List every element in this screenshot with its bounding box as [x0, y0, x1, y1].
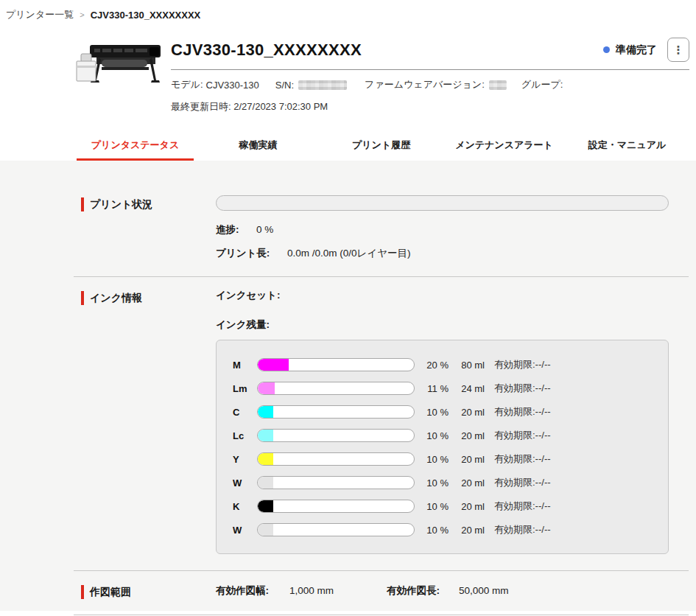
tab-print-history[interactable]: プリント履歴	[320, 133, 443, 161]
ink-percent: 11 %	[415, 383, 449, 394]
section-accent-bar	[81, 585, 84, 599]
ink-expiry: 有効期限:--/--	[494, 500, 551, 513]
ink-percent: 10 %	[415, 407, 449, 418]
page-title: CJV330-130_XXXXXXXX	[171, 41, 362, 60]
ink-percent: 10 %	[415, 501, 449, 512]
ink-amount: 20 ml	[449, 407, 485, 418]
print-length-value: 0.0m /0.0m (0/0レイヤー目)	[287, 247, 410, 260]
plot-length-value: 50,000 mm	[459, 585, 509, 596]
ink-amount: 24 ml	[449, 383, 485, 394]
firmware-label: ファームウェアバージョン:	[365, 78, 485, 91]
printer-photo	[72, 38, 164, 86]
group-field: グループ:	[521, 78, 566, 91]
model-field: モデル: CJV330-130	[171, 78, 259, 91]
ink-name: C	[233, 407, 257, 418]
group-label: グループ:	[521, 78, 563, 91]
plot-width-label: 有効作図幅:	[216, 584, 289, 598]
ink-name: Lm	[233, 383, 257, 394]
ink-amount: 20 ml	[449, 430, 485, 441]
ink-row: Lc 10 % 20 ml 有効期限:--/--	[233, 424, 668, 447]
ink-name: W	[233, 525, 257, 536]
ink-level-label: インク残量:	[216, 318, 669, 332]
ink-set-label: インクセット:	[216, 290, 280, 301]
ink-info-section: インク情報 インクセット: インク残量: M 20 % 80 ml 有効期限:-…	[74, 289, 696, 554]
ink-level-fill	[258, 524, 273, 536]
ink-level-fill	[258, 406, 273, 418]
bottom-divider	[74, 615, 689, 615]
last-updated-label: 最終更新日時:	[171, 101, 231, 112]
kebab-icon: ⋮	[673, 43, 684, 57]
status-label: 準備完了	[616, 43, 657, 57]
plot-length-label: 有効作図長:	[387, 584, 459, 598]
ink-level-bar	[257, 429, 415, 442]
ink-level-bar	[257, 476, 415, 489]
ink-row: Y 10 % 20 ml 有効期限:--/--	[233, 447, 668, 471]
print-length-label: プリント長:	[216, 247, 287, 260]
ink-level-fill	[258, 500, 273, 512]
ink-row: M 20 % 80 ml 有効期限:--/--	[233, 353, 668, 377]
ink-level-table: M 20 % 80 ml 有効期限:--/-- Lm 11 % 24 ml 有効…	[216, 340, 669, 554]
ink-level-bar	[257, 382, 415, 395]
ink-level-fill	[258, 359, 289, 371]
tab-operation-results[interactable]: 稼働実績	[197, 133, 320, 161]
tab-bar: プリンタステータス 稼働実績 プリント履歴 メンテナンスアラート 設定・マニュア…	[74, 133, 689, 161]
ink-amount: 20 ml	[449, 525, 485, 536]
ink-level-bar	[257, 452, 415, 466]
breadcrumb-printer-list-link[interactable]: プリンター一覧	[6, 8, 74, 21]
ink-expiry: 有効期限:--/--	[494, 429, 551, 442]
ink-expiry: 有効期限:--/--	[494, 358, 551, 371]
printer-status-panel: プリント状況 進捗: 0 % プリント長: 0.0m /0.0m (0/0レイヤ…	[0, 161, 696, 611]
print-progress-bar	[216, 195, 669, 211]
ink-amount: 80 ml	[449, 360, 485, 371]
ink-level-fill	[258, 430, 273, 441]
tab-maintenance-alert[interactable]: メンテナンスアラート	[443, 133, 566, 161]
model-value: CJV330-130	[206, 80, 259, 91]
ink-info-title: インク情報	[90, 291, 142, 305]
ink-row: K 10 % 20 ml 有効期限:--/--	[233, 494, 668, 518]
status-dot-icon	[603, 46, 610, 53]
ink-row: W 10 % 20 ml 有効期限:--/--	[233, 471, 668, 494]
ink-expiry: 有効期限:--/--	[494, 405, 551, 419]
ink-set-field: インクセット:	[216, 289, 669, 302]
status-badge: 準備完了	[603, 43, 657, 57]
ink-name: W	[233, 477, 257, 489]
ink-percent: 20 %	[415, 360, 449, 371]
ink-row: Lm 11 % 24 ml 有効期限:--/--	[233, 377, 668, 400]
ink-level-bar	[257, 358, 415, 371]
tab-settings-manual[interactable]: 設定・マニュアル	[566, 133, 689, 161]
serial-label: S/N:	[275, 80, 294, 91]
ink-row: W 10 % 20 ml 有効期限:--/--	[233, 518, 668, 542]
firmware-field: ファームウェアバージョン:	[365, 78, 521, 91]
ink-percent: 10 %	[415, 454, 449, 465]
ink-level-bar	[257, 523, 415, 536]
ink-name: Y	[233, 454, 257, 465]
tab-printer-status[interactable]: プリンタステータス	[74, 133, 197, 161]
ink-expiry: 有効期限:--/--	[494, 382, 551, 395]
ink-expiry: 有効期限:--/--	[494, 476, 551, 489]
section-accent-bar	[81, 197, 84, 211]
firmware-value-redacted	[489, 80, 507, 90]
breadcrumb: プリンター一覧 > CJV330-130_XXXXXXXX	[0, 0, 696, 21]
ink-level-fill	[258, 453, 273, 465]
progress-value: 0 %	[256, 224, 273, 235]
ink-level-bar	[257, 405, 415, 419]
progress-label: 進捗:	[216, 223, 256, 237]
ink-amount: 20 ml	[449, 501, 485, 512]
ink-amount: 20 ml	[449, 454, 485, 465]
title-divider	[171, 69, 689, 70]
printer-header: CJV330-130_XXXXXXXX 準備完了 ⋮ モデル: CJV330-1…	[72, 38, 689, 113]
progress-field: 進捗: 0 %	[216, 223, 669, 237]
ink-percent: 10 %	[415, 430, 449, 441]
ink-level-bar	[257, 500, 415, 513]
breadcrumb-separator-icon: >	[80, 10, 84, 19]
ink-expiry: 有効期限:--/--	[494, 523, 551, 536]
print-length-field: プリント長: 0.0m /0.0m (0/0レイヤー目)	[216, 247, 669, 260]
ink-expiry: 有効期限:--/--	[494, 452, 551, 466]
ink-level-fill	[258, 382, 275, 394]
model-label: モデル:	[171, 78, 203, 91]
ink-row: C 10 % 20 ml 有効期限:--/--	[233, 400, 668, 424]
last-updated-field: 最終更新日時: 2/27/2023 7:02:30 PM	[171, 100, 689, 113]
plot-range-fields: 有効作図幅: 1,000 mm 有効作図長: 50,000 mm	[216, 583, 669, 598]
ink-percent: 10 %	[415, 525, 449, 536]
more-options-button[interactable]: ⋮	[667, 38, 689, 62]
